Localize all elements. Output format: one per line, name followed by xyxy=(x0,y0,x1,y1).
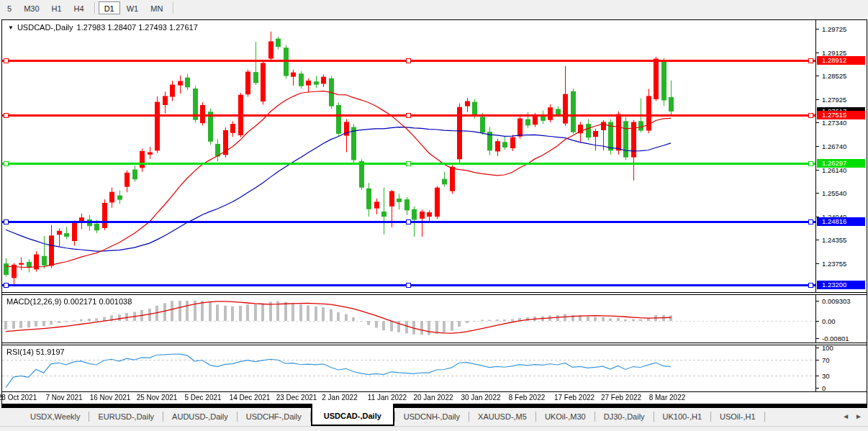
rsi-tick-label: 70 xyxy=(816,356,867,364)
timeframe-button-H1[interactable]: H1 xyxy=(46,1,68,14)
date-label: 11 Jan 2022 xyxy=(368,394,407,401)
timeframe-button-MN[interactable]: MN xyxy=(145,1,168,14)
tab-eurusd-daily[interactable]: EURUSD-,Daily xyxy=(89,408,163,426)
tab-separator xyxy=(764,412,765,422)
price-tick-label: 1.25540 xyxy=(816,189,867,197)
tab-usoil-h1[interactable]: USOil-,H1 xyxy=(711,408,764,426)
price-tick-label: 1.29725 xyxy=(816,25,867,33)
date-label: 23 Dec 2021 xyxy=(276,394,317,401)
date-label: 25 Nov 2021 xyxy=(137,394,178,401)
price-line-badge: 1.23200 xyxy=(817,281,865,289)
tab-usdcad-daily[interactable]: USDCAD-,Daily xyxy=(311,404,394,426)
chart-symbol-label: USDCAD-,Daily xyxy=(17,23,73,32)
date-axis[interactable]: 28 Oct 20217 Nov 202116 Nov 202125 Nov 2… xyxy=(2,392,867,404)
price-line-badge: 1.24816 xyxy=(817,217,865,226)
timeframe-button-H4[interactable]: H4 xyxy=(68,1,90,14)
date-label: 17 Feb 2022 xyxy=(554,394,595,401)
price-tick-label: 1.24355 xyxy=(816,236,867,244)
price-line-badge: 1.28912 xyxy=(817,56,865,65)
toolbar-separator xyxy=(94,2,95,14)
date-label: 2 Jan 2022 xyxy=(322,394,358,401)
macd-tick-label: 0.009303 xyxy=(816,297,867,305)
tab-ukoil-m30[interactable]: UKOil-,M30 xyxy=(536,408,595,426)
date-label: 14 Dec 2021 xyxy=(230,394,271,401)
tab-dj30-daily[interactable]: DJ30-,Daily xyxy=(595,408,654,426)
tabs-scroll-left-icon[interactable]: ◄ xyxy=(842,408,849,425)
date-label: 7 Nov 2021 xyxy=(45,394,82,401)
macd-axis: 0.0093030.00-0.00801 xyxy=(816,295,867,342)
price-tick-label: 1.23755 xyxy=(816,260,867,268)
price-tick-label: 1.27340 xyxy=(816,119,867,127)
timeframe-button-W1[interactable]: W1 xyxy=(121,1,145,14)
tab-xauusd-m5[interactable]: XAUUSD-,M5 xyxy=(469,408,535,426)
rsi-label: RSI(14) 51.9197 xyxy=(6,348,65,356)
price-axis[interactable]: 1.297251.291251.285251.279251.273401.267… xyxy=(816,20,867,292)
rsi-panel[interactable]: RSI(14) 51.9197 xyxy=(2,345,815,391)
date-label: 8 Feb 2022 xyxy=(509,394,546,401)
rsi-tick-label: 100 xyxy=(816,344,867,352)
rsi-canvas xyxy=(2,345,815,391)
tab-audusd-daily[interactable]: AUDUSD-,Daily xyxy=(163,408,237,426)
symbol-tab-bar: USDX,WeeklyEURUSD-,DailyAUDUSD-,DailyUSD… xyxy=(0,408,868,426)
rsi-axis: 10070300 xyxy=(816,345,867,391)
date-label: 8 Mar 2022 xyxy=(649,394,686,401)
main-chart-canvas[interactable] xyxy=(2,20,815,292)
timeframe-button-M30[interactable]: M30 xyxy=(18,1,45,14)
price-line-badge: 1.26297 xyxy=(817,159,865,168)
timeframe-button-5[interactable]: 5 xyxy=(1,1,17,14)
date-label: 20 Jan 2022 xyxy=(413,394,453,401)
tab-usdx-weekly[interactable]: USDX,Weekly xyxy=(22,408,89,426)
tab-usdcnh-daily[interactable]: USDCNH-,Daily xyxy=(395,408,469,426)
chart-window: ▼ USDCAD-,Daily 1.27983 1.28407 1.27493 … xyxy=(1,19,867,409)
tab-usdchf-daily[interactable]: USDCHF-,Daily xyxy=(238,408,310,426)
price-tick-label: 1.26740 xyxy=(816,142,867,150)
date-label: 30 Jan 2022 xyxy=(461,394,500,401)
macd-tick-label: 0.00 xyxy=(816,317,867,325)
tab-uk100-h1[interactable]: UK100-,H1 xyxy=(654,408,710,426)
price-tick-label: 1.28525 xyxy=(816,72,867,80)
symbol-dropdown-icon[interactable]: ▼ xyxy=(8,24,14,32)
toolbar-separator xyxy=(173,2,173,14)
price-tick-label: 1.29125 xyxy=(816,49,867,57)
tab-scroll-arrows: ◄► xyxy=(842,408,862,425)
date-label: 27 Feb 2022 xyxy=(601,394,641,401)
macd-tick-label: -0.00801 xyxy=(816,335,867,342)
price-line-badge: 1.27515 xyxy=(817,111,865,119)
macd-label: MACD(12,26,9) 0.002171 0.001038 xyxy=(6,297,132,306)
chart-title: ▼ USDCAD-,Daily 1.27983 1.28407 1.27493 … xyxy=(8,23,198,32)
date-label: 28 Oct 2021 xyxy=(0,394,37,401)
status-strip xyxy=(0,426,868,431)
price-tick-label: 1.27925 xyxy=(816,96,867,104)
rsi-tick-label: 30 xyxy=(816,372,867,380)
date-label: 16 Nov 2021 xyxy=(90,394,131,401)
timeframe-toolbar: 5M30H1H4D1W1MN xyxy=(0,0,868,16)
tabs-scroll-right-icon[interactable]: ► xyxy=(855,408,862,425)
main-chart-plot[interactable]: ▼ USDCAD-,Daily 1.27983 1.28407 1.27493 … xyxy=(2,20,815,292)
timeframe-button-D1[interactable]: D1 xyxy=(99,1,120,14)
macd-panel[interactable]: MACD(12,26,9) 0.002171 0.001038 xyxy=(2,295,815,342)
chart-ohlc-values: 1.27983 1.28407 1.27493 1.27617 xyxy=(77,23,198,32)
date-label: 5 Dec 2021 xyxy=(184,394,221,401)
